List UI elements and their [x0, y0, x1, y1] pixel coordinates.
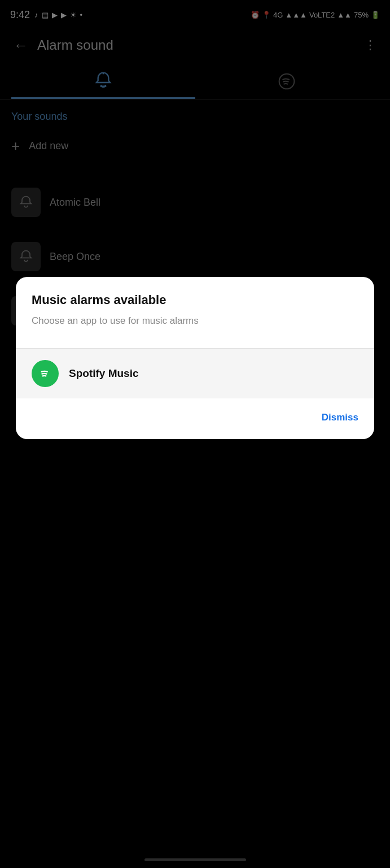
music-alarms-dialog: Music alarms available Choose an app to … — [16, 277, 374, 439]
spotify-icon — [37, 365, 54, 382]
dialog-body: Music alarms available Choose an app to … — [16, 277, 374, 337]
spotify-logo — [32, 360, 59, 387]
dialog-actions: Dismiss — [16, 398, 374, 439]
dialog-subtitle: Choose an app to use for music alarms — [32, 314, 358, 328]
spotify-option-label: Spotify Music — [69, 367, 139, 380]
spotify-option[interactable]: Spotify Music — [16, 349, 374, 398]
dialog-title: Music alarms available — [32, 293, 358, 307]
dismiss-button[interactable]: Dismiss — [322, 407, 358, 428]
